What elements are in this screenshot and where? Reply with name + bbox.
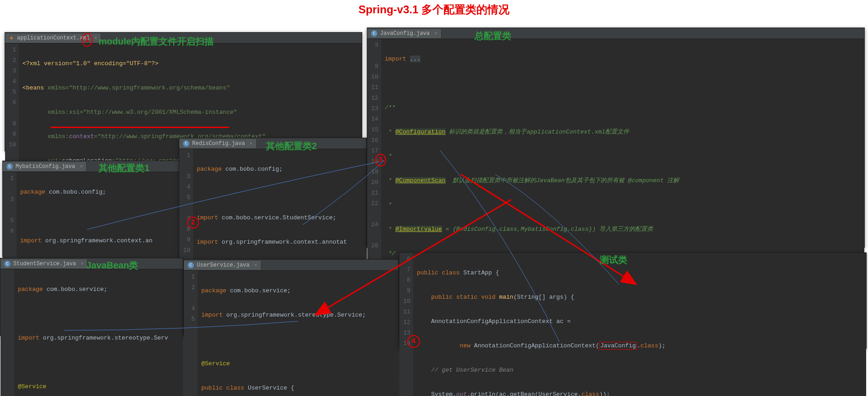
tab-user[interactable]: C UserService.java × — [184, 261, 261, 270]
line-gutter: 67891011121314 — [399, 253, 413, 396]
circle-2: 2 — [187, 217, 199, 229]
circle-3: 3 — [375, 154, 386, 167]
code-content[interactable]: package com.bobo.service; import org.spr… — [198, 271, 398, 396]
tab-bar: C MybatisConfig.java × — [3, 161, 182, 172]
java-class-icon: C — [6, 163, 13, 170]
close-icon[interactable]: × — [254, 262, 257, 268]
java-class-icon: C — [188, 262, 194, 268]
label-other2: 其他配置类2 — [266, 140, 317, 152]
panel-mybatis: C MybatisConfig.java × 1 3 56 package co… — [2, 161, 182, 257]
panel-startapp: 67891011121314 public class StartApp { p… — [399, 252, 867, 349]
underline-scan — [50, 127, 229, 128]
tab-bar: C JavaConfig.java × — [367, 28, 864, 39]
tab-redis[interactable]: C RedisConfig.java × — [179, 139, 257, 148]
tab-label: JavaConfig.java — [380, 30, 430, 37]
panel-javaconfig: C JavaConfig.java × 3 910111213141516171… — [367, 28, 865, 248]
code-content[interactable]: public class StartApp { public static vo… — [413, 253, 866, 396]
java-class-icon: C — [183, 140, 189, 147]
circle-4: 4 — [407, 335, 420, 348]
code-content[interactable]: package com.bobo.service; import org.spr… — [14, 269, 183, 396]
main-title: Spring-v3.1 多个配置类的情况 — [359, 2, 509, 17]
tab-student[interactable]: C StudentService.java × — [0, 259, 88, 268]
java-class-icon: C — [371, 30, 377, 37]
tab-mybatis[interactable]: C MybatisConfig.java × — [3, 162, 87, 171]
tab-label: MybatisConfig.java — [16, 163, 75, 170]
circle-1: 1 — [82, 33, 93, 47]
java-class-icon: C — [4, 261, 11, 267]
tab-label: RedisConfig.java — [192, 140, 245, 147]
tab-label: StudentService.java — [13, 261, 76, 267]
tab-label: UserService.java — [197, 262, 249, 268]
tab-javaconfig[interactable]: C JavaConfig.java × — [367, 29, 442, 38]
tab-label: applicationContext.xml — [17, 35, 89, 41]
label-other1: 其他配置类1 — [99, 162, 149, 174]
panel-redis: C RedisConfig.java × 1 345 78910 package… — [179, 138, 367, 259]
close-icon[interactable]: × — [94, 35, 97, 41]
tab-bar: C UserService.java × — [184, 260, 398, 271]
xml-file-icon: ◆ — [9, 35, 14, 41]
label-main-config: 总配置类 — [475, 30, 511, 42]
label-javabean: JavaBean类 — [86, 259, 138, 272]
label-test: 测试类 — [600, 254, 627, 266]
close-icon[interactable]: × — [80, 164, 83, 169]
close-icon[interactable]: × — [434, 31, 437, 36]
close-icon[interactable]: × — [81, 261, 84, 267]
close-icon[interactable]: × — [249, 141, 253, 146]
line-gutter: 12 45 — [184, 271, 198, 396]
panel-user: C UserService.java × 12 45 package com.b… — [183, 259, 399, 335]
line-gutter — [0, 269, 14, 396]
label-module-scan: module内配置文件开启扫描 — [99, 35, 214, 48]
panel-app-context: ◆ applicationContext.xml × 123456 8910 <… — [5, 32, 362, 151]
